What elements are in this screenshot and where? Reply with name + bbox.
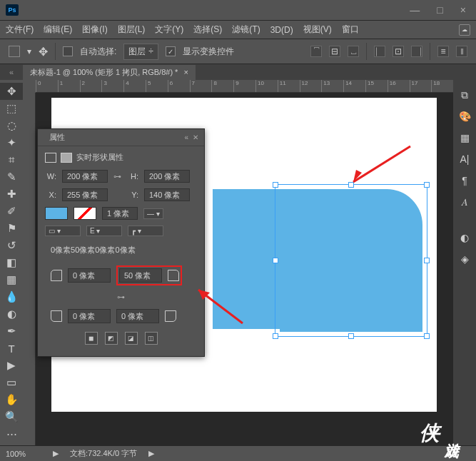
transform-handle-bm[interactable] [348, 333, 354, 339]
corner-br-icon [165, 310, 176, 322]
transform-handle-tl[interactable] [273, 182, 278, 188]
radius-bl-input[interactable] [68, 309, 111, 323]
align-hcenter-icon[interactable]: ⊡ [393, 46, 404, 57]
stroke-swatch[interactable] [74, 207, 96, 220]
menu-filter[interactable]: 滤镜(T) [232, 24, 260, 36]
healing-tool[interactable]: ✚ [0, 186, 23, 203]
marquee-tool[interactable]: ⬚ [0, 100, 23, 117]
link-radii-icon[interactable]: ⊶ [45, 288, 197, 306]
chevron-right-icon[interactable]: ▶ [148, 449, 154, 458]
menu-window[interactable]: 窗口 [342, 24, 359, 36]
zoom-field[interactable]: 100% [6, 450, 41, 458]
rectangle-tool[interactable]: ▭ [0, 374, 23, 391]
layers-panel-icon[interactable]: ◈ [453, 248, 476, 270]
brush-tool[interactable]: ✐ [0, 203, 23, 220]
color-panel-icon[interactable]: 🎨 [453, 106, 476, 127]
eraser-tool[interactable]: ◧ [0, 254, 23, 271]
align-top-icon[interactable]: ⎴ [310, 46, 322, 57]
align-left-icon[interactable]: ⎸ [374, 46, 385, 57]
transform-handle-mr[interactable] [424, 258, 430, 263]
fill-swatch[interactable] [45, 207, 68, 220]
align-right-icon[interactable]: ⎹ [411, 46, 422, 57]
stamp-tool[interactable]: ⚑ [0, 220, 23, 237]
menu-view[interactable]: 视图(V) [303, 24, 332, 36]
pathfinder-subtract-icon[interactable]: ◩ [105, 332, 118, 345]
pen-tool[interactable]: ✒ [0, 323, 23, 340]
auto-select-checkbox[interactable] [63, 46, 73, 56]
x-input[interactable] [62, 188, 108, 201]
close-button[interactable]: × [456, 4, 470, 16]
history-panel-icon[interactable]: ⧉ [453, 84, 476, 106]
transform-box[interactable] [275, 184, 427, 337]
arrow-right-icon[interactable]: ▶ [53, 449, 59, 458]
distribute2-icon[interactable]: ⦀ [456, 46, 467, 57]
align-bottom-icon[interactable]: ⎵ [348, 46, 359, 57]
menu-layer[interactable]: 图层(L) [118, 24, 146, 36]
stroke-align-select[interactable]: ▭ ▾ [45, 226, 81, 236]
lasso-tool[interactable]: ◌ [0, 117, 23, 134]
menu-3d[interactable]: 3D(D) [270, 25, 293, 35]
pathfinder-exclude-icon[interactable]: ◫ [145, 332, 158, 345]
transform-handle-ml[interactable] [273, 258, 278, 263]
stroke-width-input[interactable] [102, 207, 138, 220]
glyphs-panel-icon[interactable]: 𝐴 [453, 191, 476, 213]
align-vcenter-icon[interactable]: ⊟ [329, 46, 340, 57]
chevron-down-icon[interactable]: ▾ [27, 46, 31, 56]
gradient-tool[interactable]: ▦ [0, 271, 23, 288]
menu-file[interactable]: 文件(F) [6, 24, 34, 36]
blur-tool[interactable]: 💧 [0, 288, 23, 305]
width-input[interactable] [62, 170, 108, 183]
transform-handle-bl[interactable] [273, 333, 278, 339]
maximize-button[interactable]: □ [432, 4, 447, 16]
menu-image[interactable]: 图像(I) [82, 24, 107, 36]
y-input[interactable] [144, 188, 190, 201]
document-tab[interactable]: 未标题-1 @ 100% (矩形 1 拷贝, RGB/8#) * × [23, 65, 196, 80]
panel-collapse-icon[interactable]: « [184, 133, 188, 141]
panel-menu-icon[interactable]: ✕ [193, 133, 198, 141]
menu-edit[interactable]: 编辑(E) [44, 24, 72, 36]
close-tab-icon[interactable]: × [183, 68, 188, 76]
pathfinder-intersect-icon[interactable]: ◪ [125, 332, 138, 345]
type-tool[interactable]: T [0, 340, 23, 357]
cloud-icon[interactable]: ☁ [459, 24, 470, 36]
swatches-panel-icon[interactable]: ▦ [453, 127, 476, 148]
more-tools[interactable]: ⋯ [0, 425, 23, 442]
menu-select[interactable]: 选择(S) [193, 24, 222, 36]
tool-preset-icon[interactable] [9, 46, 20, 57]
dodge-tool[interactable]: ◐ [0, 305, 23, 323]
pathfinder-unite-icon[interactable]: ◼ [85, 332, 98, 345]
transform-handle-tm[interactable] [348, 182, 354, 188]
crop-tool[interactable]: ⌗ [0, 151, 23, 168]
shape-rectangle-1[interactable] [213, 189, 280, 329]
minimize-button[interactable]: — [405, 4, 424, 16]
paragraph-panel-icon[interactable]: ¶ [453, 170, 476, 191]
hand-tool[interactable]: ✋ [0, 391, 23, 408]
path-select-tool[interactable]: ▶ [0, 357, 23, 374]
show-transform-checkbox[interactable] [166, 46, 176, 56]
doc-info[interactable]: 文档:732.4K/0 字节 [70, 448, 137, 459]
height-input[interactable] [144, 170, 190, 183]
link-wh-icon[interactable]: ⊶ [113, 172, 121, 181]
radius-br-input[interactable] [116, 309, 159, 323]
properties-tab[interactable]: 属性 [44, 130, 71, 145]
ruler-vertical[interactable] [23, 93, 36, 445]
transform-handle-br[interactable] [424, 333, 430, 339]
move-tool[interactable]: ✥ [0, 83, 23, 100]
magic-wand-tool[interactable]: ✦ [0, 134, 23, 151]
auto-select-dropdown[interactable]: 图层 ÷ [123, 44, 158, 60]
adjustments-panel-icon[interactable]: ◐ [453, 227, 476, 248]
menu-type[interactable]: 文字(Y) [155, 24, 183, 36]
stroke-join-select[interactable]: ┏ ▾ [128, 226, 163, 236]
transform-handle-tr[interactable] [424, 182, 430, 188]
typography-panel-icon[interactable]: A| [453, 148, 476, 170]
distribute-icon[interactable]: ≡ [437, 46, 449, 57]
ruler-horizontal[interactable]: 012 345 678 91011 121314 151617 18 [36, 80, 453, 93]
radius-tr-input[interactable] [119, 268, 162, 283]
stroke-style-select[interactable]: — ▾ [143, 208, 163, 219]
radius-tl-input[interactable] [68, 268, 111, 283]
zoom-tool[interactable]: 🔍 [0, 408, 23, 425]
stroke-cap-select[interactable]: E ▾ [86, 226, 122, 236]
toolbar-collapse-icon[interactable]: « [0, 68, 23, 76]
eyedropper-tool[interactable]: ✎ [0, 168, 23, 186]
history-brush-tool[interactable]: ↺ [0, 237, 23, 254]
